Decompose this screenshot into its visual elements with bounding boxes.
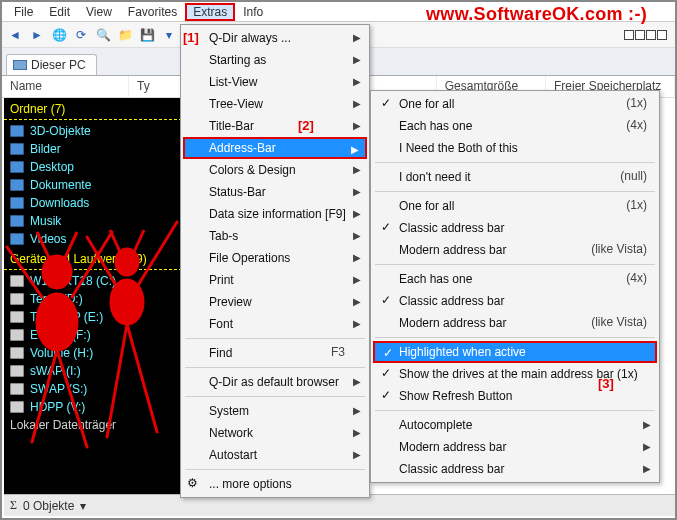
tab-this-pc[interactable]: Dieser PC xyxy=(6,54,97,75)
menu-item-label: Font xyxy=(209,317,233,331)
menu-edit[interactable]: Edit xyxy=(41,4,78,20)
menu-view[interactable]: View xyxy=(78,4,120,20)
menu-separator xyxy=(375,191,655,192)
list-item-label: HDPP (V:) xyxy=(30,400,85,414)
menu-item[interactable]: Tree-View▶ xyxy=(183,93,367,115)
menu-item[interactable]: Data size information [F9]▶ xyxy=(183,203,367,225)
menu-item-hint: (like Vista) xyxy=(591,315,647,329)
menu-separator xyxy=(375,337,655,338)
menu-item[interactable]: Autocomplete▶ xyxy=(373,414,657,436)
menu-item-label: Print xyxy=(209,273,234,287)
submenu-arrow-icon: ▶ xyxy=(643,419,651,430)
menu-item[interactable]: Network▶ xyxy=(183,422,367,444)
submenu-arrow-icon: ▶ xyxy=(353,449,361,460)
menu-item[interactable]: Classic address bar▶ xyxy=(373,458,657,480)
submenu-arrow-icon: ▶ xyxy=(353,230,361,241)
menu-item-label: System xyxy=(209,404,249,418)
menu-item[interactable]: Preview▶ xyxy=(183,291,367,313)
menu-separator xyxy=(375,264,655,265)
menu-item[interactable]: Title-Bar▶ xyxy=(183,115,367,137)
drive-icon xyxy=(10,275,24,287)
menu-file[interactable]: File xyxy=(6,4,41,20)
callout-2: [2] xyxy=(298,118,314,133)
menu-item[interactable]: File Operations▶ xyxy=(183,247,367,269)
menu-item[interactable]: Each has one(4x) xyxy=(373,115,657,137)
submenu-arrow-icon: ▶ xyxy=(643,441,651,452)
menu-item[interactable]: Address-Bar▶ xyxy=(183,137,367,159)
globe-icon[interactable]: 🌐 xyxy=(50,26,68,44)
menu-item[interactable]: ✓Classic address bar xyxy=(373,290,657,312)
menu-item-label: Modern address bar xyxy=(399,440,506,454)
search-icon[interactable]: 🔍 xyxy=(94,26,112,44)
menu-item-label: I Need the Both of this xyxy=(399,141,518,155)
layout-grid-icon[interactable] xyxy=(624,30,667,40)
menu-item[interactable]: ⚙... more options xyxy=(183,473,367,495)
menu-item-label: Highlighted when active xyxy=(399,345,526,359)
submenu-arrow-icon: ▶ xyxy=(351,144,359,155)
menu-item[interactable]: I Need the Both of this xyxy=(373,137,657,159)
list-item-label: Desktop xyxy=(30,160,74,174)
callout-1: [1] xyxy=(183,30,199,45)
menu-item-label: Status-Bar xyxy=(209,185,266,199)
checkmark-icon: ✓ xyxy=(379,293,393,307)
menu-item-label: File Operations xyxy=(209,251,290,265)
gear-icon: ⚙ xyxy=(187,476,203,492)
folder-icon xyxy=(10,233,24,245)
folder-icon xyxy=(10,125,24,137)
menu-item-label: Data size information [F9] xyxy=(209,207,346,221)
menu-favorites[interactable]: Favorites xyxy=(120,4,185,20)
status-dropdown-icon[interactable]: ▾ xyxy=(80,499,86,513)
checkmark-icon: ✓ xyxy=(379,220,393,234)
menu-item[interactable]: Autostart▶ xyxy=(183,444,367,466)
menu-item[interactable]: Starting as▶ xyxy=(183,49,367,71)
menu-item[interactable]: Each has one(4x) xyxy=(373,268,657,290)
menu-item-label: One for all xyxy=(399,199,454,213)
menu-item[interactable]: Tab-s▶ xyxy=(183,225,367,247)
column-header[interactable]: Name xyxy=(2,76,129,97)
menu-item[interactable]: One for all(1x) xyxy=(373,195,657,217)
menu-item[interactable]: Modern address bar(like Vista) xyxy=(373,312,657,334)
menu-item[interactable]: Modern address bar(like Vista) xyxy=(373,239,657,261)
menu-item[interactable]: ✓Show Refresh Button xyxy=(373,385,657,407)
nav-fwd-icon[interactable]: ► xyxy=(28,26,46,44)
menu-item[interactable]: I don't need it(null) xyxy=(373,166,657,188)
menu-item[interactable]: Q-Dir as default browser▶ xyxy=(183,371,367,393)
menu-item[interactable]: Q-Dir always ...▶ xyxy=(183,27,367,49)
list-item-label: 3D-Objekte xyxy=(30,124,91,138)
menu-item[interactable]: List-View▶ xyxy=(183,71,367,93)
menu-item-hint: (1x) xyxy=(626,198,647,212)
menu-item[interactable]: Modern address bar▶ xyxy=(373,436,657,458)
folder-icon[interactable]: 📁 xyxy=(116,26,134,44)
menu-item-hint: (4x) xyxy=(626,118,647,132)
menu-item[interactable]: Status-Bar▶ xyxy=(183,181,367,203)
menu-item[interactable]: Colors & Design▶ xyxy=(183,159,367,181)
menu-extras[interactable]: Extras xyxy=(185,3,235,21)
menu-item[interactable]: FindF3 xyxy=(183,342,367,364)
folder-icon xyxy=(10,179,24,191)
menu-item[interactable]: Print▶ xyxy=(183,269,367,291)
dropdown-icon[interactable]: ▾ xyxy=(160,26,178,44)
sigma-icon: Σ xyxy=(10,498,17,513)
callout-3: [3] xyxy=(598,376,614,391)
menu-item-label: Modern address bar xyxy=(399,243,506,257)
list-item-label: SWAP (S:) xyxy=(30,382,87,396)
menu-item[interactable]: ✓Classic address bar xyxy=(373,217,657,239)
menu-item-label: Starting as xyxy=(209,53,266,67)
submenu-arrow-icon: ▶ xyxy=(353,405,361,416)
list-item-label: E-2018 (F:) xyxy=(30,328,91,342)
nav-back-icon[interactable]: ◄ xyxy=(6,26,24,44)
menu-shortcut: F3 xyxy=(331,345,345,359)
menu-info[interactable]: Info xyxy=(235,4,271,20)
menu-item[interactable]: ✓Highlighted when active xyxy=(373,341,657,363)
menu-extras: Q-Dir always ...▶Starting as▶List-View▶T… xyxy=(180,24,370,498)
submenu-arrow-icon: ▶ xyxy=(353,252,361,263)
menu-item[interactable]: ✓Show the drives at the main address bar… xyxy=(373,363,657,385)
menu-item-label: Autostart xyxy=(209,448,257,462)
checkmark-icon: ✓ xyxy=(379,388,393,402)
history-icon[interactable]: ⟳ xyxy=(72,26,90,44)
menu-item[interactable]: ✓One for all(1x) xyxy=(373,93,657,115)
drive-icon[interactable]: 💾 xyxy=(138,26,156,44)
menu-item[interactable]: Font▶ xyxy=(183,313,367,335)
drive-icon xyxy=(10,293,24,305)
menu-item[interactable]: System▶ xyxy=(183,400,367,422)
